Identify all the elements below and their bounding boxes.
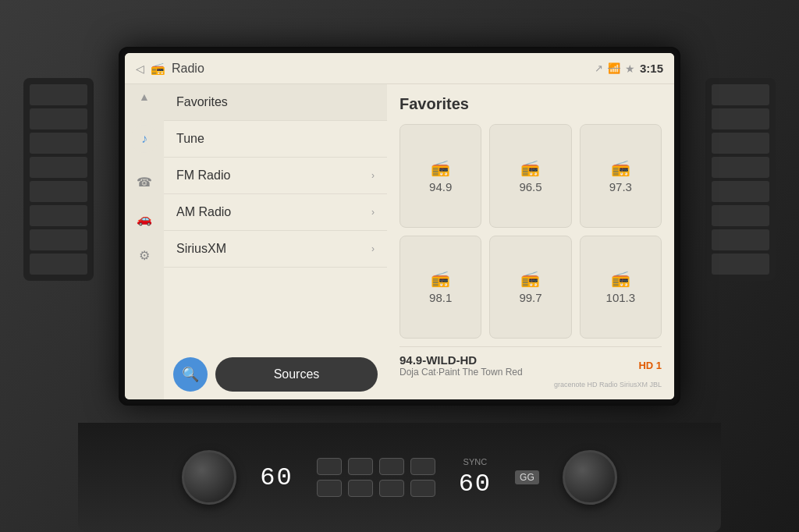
sidebar-bottom: 🔍 Sources [164,349,387,399]
control-buttons-row2 [317,480,435,497]
tune-label: Tune [176,132,204,146]
fav-freq-0: 94.9 [429,180,452,193]
sidebar-item-siriusxm[interactable]: SiriusXM › [164,231,387,268]
no-signal-icon: 📶 [608,62,620,74]
ctrl-btn-6[interactable] [348,480,373,497]
fav-freq-1: 96.5 [519,180,542,193]
fav-radio-icon-4: 📻 [520,269,540,288]
temp-left: 60 [260,463,293,492]
radio-icon: 📻 [151,62,165,76]
nav-icon[interactable]: ▲ [139,90,150,103]
favorites-title: Favorites [400,95,662,113]
search-button[interactable]: 🔍 [173,357,208,392]
fav-tile-1[interactable]: 📻 96.5 [489,124,571,228]
fav-radio-icon-3: 📻 [431,269,450,288]
gg-badge: GG [515,470,539,484]
wireless-icon: ↗ [595,62,603,74]
main-content: ▲ ♪ ☎ 🚗 ⚙ Favorites Tu [125,84,674,399]
fav-freq-4: 99.7 [519,291,542,304]
fav-radio-icon-5: 📻 [611,269,630,288]
control-buttons-row1 [317,458,435,475]
bluetooth-icon: ★ [625,62,635,75]
now-playing-badge: HD 1 [638,360,662,371]
top-bar-left: ◁ 📻 Radio [136,62,595,76]
sidebar-item-favorites[interactable]: Favorites [164,84,387,121]
fm-radio-chevron: › [371,170,375,181]
fav-freq-3: 98.1 [429,291,452,304]
phone-icon[interactable]: ☎ [137,175,152,190]
now-playing-info: 94.9-WILD-HD Doja Cat·Paint The Town Red [400,353,523,378]
sidebar-item-am-radio[interactable]: AM Radio › [164,194,387,231]
fav-radio-icon-2: 📻 [611,158,630,177]
car-icon[interactable]: 🚗 [137,211,152,226]
right-knob[interactable] [563,450,617,505]
screen-bezel: ◁ 📻 Radio ↗ 📶 ★ 3:15 ▲ [119,47,680,406]
fav-freq-2: 97.3 [609,180,632,193]
search-icon: 🔍 [182,366,199,383]
now-playing: 94.9-WILD-HD Doja Cat·Paint The Town Red… [400,346,662,378]
ctrl-btn-8[interactable] [410,480,435,497]
fav-freq-5: 101.3 [606,291,636,304]
favorites-label: Favorites [176,95,228,109]
sidebar-item-tune[interactable]: Tune [164,121,387,158]
favorites-grid: 📻 94.9 📻 96.5 📻 97.3 📻 [400,124,662,339]
sidebar-with-icons: ▲ ♪ ☎ 🚗 ⚙ Favorites Tu [125,84,387,399]
climate-control-panel: 60 SYNC 60 GG [78,423,721,532]
right-vent [705,78,776,281]
fav-radio-icon-0: 📻 [431,158,450,177]
music-icon[interactable]: ♪ [130,125,158,153]
siriusxm-label: SiriusXM [176,242,226,256]
fav-tile-5[interactable]: 📻 101.3 [580,236,662,339]
header-title: Radio [172,62,204,76]
ctrl-btn-5[interactable] [317,480,342,497]
left-vent [23,78,94,281]
temp-right: 60 [459,470,492,498]
ctrl-btn-2[interactable] [348,458,373,475]
am-radio-label: AM Radio [176,205,231,219]
time-display: 3:15 [640,62,663,75]
ctrl-btn-7[interactable] [379,480,404,497]
fav-tile-3[interactable]: 📻 98.1 [400,236,481,339]
settings-icon[interactable]: ⚙ [139,248,150,263]
now-playing-song: Doja Cat·Paint The Town Red [400,367,523,378]
ctrl-btn-4[interactable] [410,458,435,475]
top-bar: ◁ 📻 Radio ↗ 📶 ★ 3:15 [125,53,674,84]
fav-tile-4[interactable]: 📻 99.7 [489,236,571,339]
fav-tile-2[interactable]: 📻 97.3 [580,124,662,228]
am-radio-chevron: › [371,207,375,218]
sidebar-item-fm-radio[interactable]: FM Radio › [164,158,387,194]
sources-button[interactable]: Sources [215,357,378,392]
fav-tile-0[interactable]: 📻 94.9 [400,124,481,228]
now-playing-station: 94.9-WILD-HD [400,353,523,367]
sync-label: SYNC [463,457,488,466]
ctrl-btn-3[interactable] [379,458,404,475]
sidebar-icon-rail: ▲ ♪ ☎ 🚗 ⚙ [125,84,164,399]
bottom-logos: gracenote HD Radio SiriusXM JBL [400,378,662,388]
sidebar-menu: Favorites Tune FM Radio › AM Radio › [164,84,387,399]
fav-radio-icon-1: 📻 [520,158,540,177]
siriusxm-chevron: › [371,243,375,254]
fm-radio-label: FM Radio [176,168,230,183]
left-knob[interactable] [182,450,236,505]
screen: ◁ 📻 Radio ↗ 📶 ★ 3:15 ▲ [125,53,674,399]
status-bar: ↗ 📶 ★ 3:15 [595,62,663,75]
right-panel: Favorites 📻 94.9 📻 96.5 📻 97.3 [387,84,674,399]
back-icon[interactable]: ◁ [136,62,144,75]
ctrl-btn-1[interactable] [317,458,342,475]
car-dashboard: ◁ 📻 Radio ↗ 📶 ★ 3:15 ▲ [0,0,799,532]
